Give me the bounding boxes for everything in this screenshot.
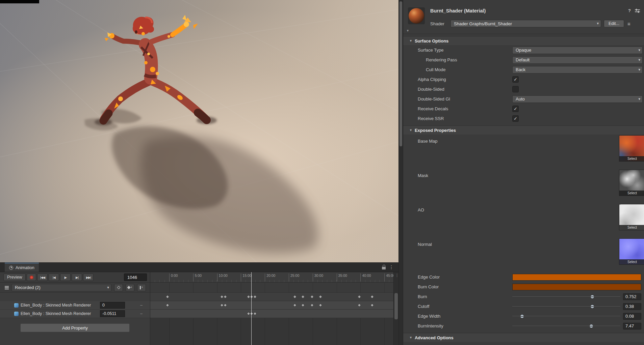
add-keyframe-button[interactable]: + bbox=[126, 284, 134, 291]
keyframe-diamond[interactable] bbox=[357, 303, 361, 307]
skinned-mesh-icon bbox=[14, 312, 19, 316]
shader-label: Shader bbox=[430, 21, 448, 26]
edge-width-slider[interactable] bbox=[512, 313, 620, 319]
keyframe-diamond[interactable] bbox=[319, 303, 323, 307]
keyframe-diamond[interactable] bbox=[370, 303, 374, 307]
section-surface-options[interactable]: ▼ Surface Options bbox=[403, 36, 644, 45]
kebab-menu-icon[interactable]: ⋮ bbox=[389, 264, 394, 270]
ruler-tick: 35:00 bbox=[337, 274, 347, 281]
ruler-tick: 25:00 bbox=[289, 274, 299, 281]
keyframe-diamond[interactable] bbox=[253, 295, 257, 298]
edit-shader-button[interactable]: Edit... bbox=[604, 20, 624, 27]
timeline-kebab-icon[interactable]: ⋮ bbox=[395, 273, 399, 278]
ruler-tick: 40:00 bbox=[360, 274, 371, 281]
burn-slider[interactable] bbox=[512, 294, 620, 300]
burn-color-swatch[interactable] bbox=[512, 284, 641, 290]
clip-dropdown[interactable]: Recorded (2) bbox=[11, 284, 111, 291]
ao-select-button[interactable]: Select bbox=[619, 225, 644, 230]
rendering-pass-dropdown[interactable]: Default bbox=[512, 56, 643, 64]
property-value-field[interactable]: -0.0511 bbox=[100, 310, 125, 317]
keyframe-filter-button[interactable] bbox=[114, 284, 123, 291]
next-key-button[interactable]: ▶| bbox=[72, 274, 82, 281]
keyframe-diamond[interactable] bbox=[357, 295, 361, 298]
timeline-scrollbar-thumb[interactable] bbox=[394, 293, 398, 319]
section-advanced-options[interactable]: ▼ Advanced Options bbox=[403, 333, 644, 342]
row-normal: Normal Select bbox=[403, 238, 644, 272]
row-receive-ssr: Receive SSR bbox=[403, 114, 644, 123]
cutoff-slider[interactable] bbox=[512, 304, 620, 310]
edge-width-value-field[interactable]: 0.08 bbox=[623, 313, 641, 320]
last-frame-button[interactable]: ▶▶| bbox=[83, 274, 94, 281]
property-value-field[interactable]: 0 bbox=[100, 302, 125, 309]
playhead[interactable] bbox=[251, 272, 252, 345]
preview-button[interactable]: Preview bbox=[3, 274, 26, 281]
keyframe-diamond[interactable] bbox=[301, 303, 305, 307]
normal-select-button[interactable]: Select bbox=[619, 259, 644, 264]
track-row1[interactable] bbox=[150, 301, 393, 310]
surface-type-dropdown[interactable]: Opaque bbox=[512, 47, 643, 54]
track-summary[interactable] bbox=[150, 293, 393, 301]
property-options-icon[interactable]: – bbox=[140, 311, 143, 316]
burn-intensity-value-field[interactable]: 7.47 bbox=[623, 323, 641, 329]
double-sided-checkbox[interactable] bbox=[512, 86, 519, 92]
keyframe-diamond[interactable] bbox=[223, 303, 227, 307]
base-map-texture-field[interactable]: Select bbox=[619, 135, 644, 162]
first-frame-button[interactable]: |◀◀ bbox=[37, 274, 48, 281]
normal-texture-field[interactable]: Select bbox=[619, 238, 644, 265]
record-button[interactable] bbox=[27, 274, 36, 281]
inspector-scrollbar[interactable] bbox=[398, 0, 403, 345]
burn-value-field[interactable]: 0.752 bbox=[623, 293, 641, 300]
keyframe-diamond[interactable] bbox=[301, 295, 305, 298]
shader-menu-icon[interactable]: ≡ bbox=[627, 21, 630, 27]
keyframe-diamond[interactable] bbox=[165, 303, 169, 307]
add-property-button[interactable]: Add Property bbox=[20, 323, 130, 332]
cutoff-value-field[interactable]: 0.38 bbox=[623, 303, 641, 310]
material-sphere-icon bbox=[408, 7, 425, 24]
animation-timeline[interactable]: 0:005:0010:0015:0020:0025:0030:0035:0040… bbox=[150, 272, 393, 345]
scene-view[interactable] bbox=[0, 0, 398, 262]
tab-animation[interactable]: Animation bbox=[5, 263, 39, 272]
help-icon[interactable]: ? bbox=[628, 8, 631, 13]
property-options-icon[interactable]: – bbox=[140, 303, 143, 308]
row-burn: Burn 0.752 bbox=[403, 292, 644, 301]
cull-mode-dropdown[interactable]: Back bbox=[512, 66, 643, 74]
property-row[interactable]: Ellen_Body : Skinned Mesh Renderer 0 – bbox=[0, 301, 150, 310]
timeline-ruler[interactable]: 0:005:0010:0015:0020:0025:0030:0035:0040… bbox=[150, 272, 393, 283]
receive-ssr-checkbox[interactable] bbox=[512, 115, 519, 122]
animation-panel: Animation ⋮ Preview |◀◀ |◀ ▶ ▶| ▶▶| 1046… bbox=[0, 262, 398, 345]
presets-icon[interactable] bbox=[635, 8, 640, 13]
mask-texture-field[interactable]: Select bbox=[619, 170, 644, 196]
ao-texture-field[interactable]: Select bbox=[619, 204, 644, 230]
play-button[interactable]: ▶ bbox=[60, 274, 71, 281]
keyframe-diamond[interactable] bbox=[293, 303, 297, 307]
keyframe-diamond[interactable] bbox=[165, 295, 169, 298]
row-cull-mode: Cull Mode Back bbox=[403, 65, 644, 75]
foldout-icon: ▼ bbox=[409, 128, 412, 132]
section-exposed-properties[interactable]: ▼ Exposed Properties bbox=[403, 125, 644, 135]
double-sided-gi-dropdown[interactable]: Auto bbox=[512, 95, 643, 103]
inspector-scrollbar-thumb[interactable] bbox=[400, 1, 402, 146]
keyframe-diamond[interactable] bbox=[310, 295, 314, 298]
keyframe-diamond[interactable] bbox=[223, 295, 227, 298]
keyframe-diamond[interactable] bbox=[253, 312, 257, 315]
keyframe-diamond[interactable] bbox=[310, 303, 314, 307]
keyframe-diamond[interactable] bbox=[370, 295, 374, 298]
row-rendering-pass: Rendering Pass Default bbox=[403, 55, 644, 65]
add-event-button[interactable]: + bbox=[137, 284, 146, 291]
base-map-select-button[interactable]: Select bbox=[619, 156, 644, 161]
current-frame-field[interactable]: 1046 bbox=[124, 274, 147, 281]
receive-decals-checkbox[interactable] bbox=[512, 106, 519, 112]
shader-dropdown[interactable]: Shader Graphs/Burnt_Shader bbox=[450, 20, 601, 27]
alpha-clipping-checkbox[interactable] bbox=[512, 76, 519, 83]
track-row2[interactable] bbox=[150, 310, 393, 318]
property-row[interactable]: Ellen_Body : Skinned Mesh Renderer -0.05… bbox=[0, 310, 150, 318]
lock-icon[interactable] bbox=[382, 267, 386, 269]
burn-intensity-slider[interactable] bbox=[512, 323, 620, 329]
edge-color-swatch[interactable] bbox=[512, 274, 641, 281]
mask-select-button[interactable]: Select bbox=[619, 191, 644, 196]
timeline-scrollbar[interactable]: ⋮ bbox=[393, 272, 398, 345]
keyframe-diamond[interactable] bbox=[293, 295, 297, 298]
previous-key-button[interactable]: |◀ bbox=[49, 274, 59, 281]
preview-foldout-icon[interactable]: ▼ bbox=[406, 29, 409, 32]
keyframe-diamond[interactable] bbox=[319, 295, 323, 298]
